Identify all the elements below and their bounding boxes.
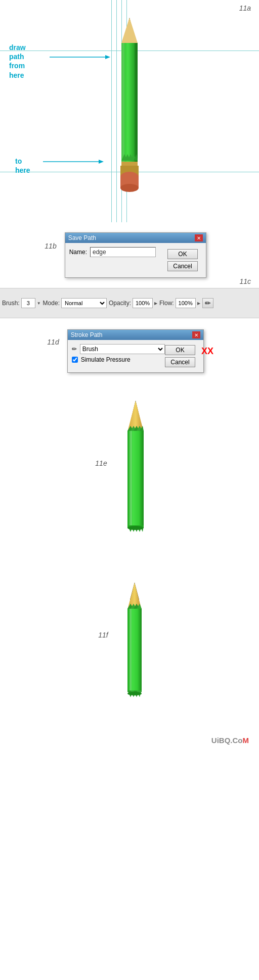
- xx-label: XX: [201, 346, 213, 357]
- stroke-dialog-title-text: Stroke Path: [71, 331, 103, 338]
- name-label: Name:: [69, 249, 87, 256]
- brush-size-input[interactable]: [21, 298, 35, 308]
- flow-label: Flow:: [159, 300, 174, 307]
- cancel-button[interactable]: Cancel: [167, 261, 197, 271]
- simulate-row: Simulate Pressure: [72, 355, 165, 364]
- simulate-label: Simulate Pressure: [81, 356, 131, 363]
- mode-label: Mode:: [43, 300, 60, 307]
- section-11e: 11e: [0, 384, 259, 561]
- dialog-buttons: OK Cancel: [167, 247, 201, 273]
- section-11a: 11a: [0, 0, 259, 222]
- stroke-cancel-button[interactable]: Cancel: [165, 357, 195, 367]
- stroke-dialog-buttons: OK Cancel: [165, 343, 199, 369]
- flow-input[interactable]: [176, 298, 196, 308]
- stroke-dialog-close-button[interactable]: ✕: [192, 331, 200, 338]
- opacity-label: Opacity:: [109, 300, 131, 307]
- pencil-11a: [111, 10, 148, 212]
- section-11d: 11d Stroke Path ✕ ✏ Brush Simulate Press…: [0, 318, 259, 384]
- stroke-options: ✏ Brush Simulate Pressure: [72, 343, 165, 364]
- brush-row: ✏ Brush: [72, 343, 165, 355]
- stroke-path-dialog: Stroke Path ✕ ✏ Brush Simulate Pressure …: [67, 329, 204, 373]
- mode-select[interactable]: Normal Multiply Screen: [61, 298, 107, 308]
- svg-marker-16: [105, 55, 110, 59]
- dialog-title-bar: Save Path ✕: [65, 233, 206, 243]
- section-11c: 11c Brush: ▼ Mode: Normal Multiply Scree…: [0, 288, 259, 318]
- section-11f: 11f: [0, 561, 259, 727]
- save-path-dialog: Save Path ✕ Name: OK Cancel: [65, 232, 206, 278]
- opacity-input[interactable]: [133, 298, 153, 308]
- svg-rect-3: [121, 43, 124, 164]
- watermark-highlight: M: [243, 736, 249, 745]
- pencil-11e: [115, 397, 156, 548]
- svg-point-9: [120, 184, 139, 192]
- airbrush-button[interactable]: ✏: [202, 298, 213, 308]
- brush-label: Brush:: [2, 300, 20, 307]
- label-11d: 11d: [47, 338, 59, 346]
- svg-rect-27: [130, 431, 132, 527]
- label-11e: 11e: [95, 459, 107, 467]
- stroke-ok-button[interactable]: OK: [165, 345, 195, 355]
- flow-group: Flow: ▶: [159, 298, 200, 308]
- ok-button[interactable]: OK: [167, 249, 197, 259]
- opacity-arrow[interactable]: ▶: [154, 301, 157, 306]
- svg-rect-42: [130, 609, 132, 692]
- svg-marker-1: [121, 18, 138, 43]
- stroke-dialog-title-bar: Stroke Path ✕: [68, 330, 203, 340]
- flow-arrow[interactable]: ▶: [197, 301, 200, 306]
- svg-marker-18: [99, 160, 104, 164]
- label-11b: 11b: [45, 242, 56, 250]
- footer: UiBQ.CoM: [0, 727, 259, 753]
- brush-combo[interactable]: Brush: [80, 344, 165, 354]
- simulate-checkbox[interactable]: [72, 357, 78, 363]
- brush-arrow[interactable]: ▼: [37, 301, 41, 306]
- mode-group: Mode: Normal Multiply Screen: [43, 298, 107, 308]
- label-11c: 11c: [239, 277, 251, 285]
- watermark: UiBQ.CoM: [211, 736, 249, 745]
- svg-point-47: [127, 692, 142, 696]
- pencil-11f: [116, 578, 153, 710]
- label-11a: 11a: [239, 4, 251, 12]
- brush-group: Brush: ▼: [2, 298, 41, 308]
- svg-rect-5: [121, 162, 138, 166]
- name-input[interactable]: [90, 247, 156, 257]
- opacity-group: Opacity: ▶: [109, 298, 157, 308]
- svg-point-34: [127, 526, 144, 530]
- dialog-title-text: Save Path: [68, 234, 96, 241]
- label-11f: 11f: [98, 631, 108, 639]
- section-11b: 11b Save Path ✕ Name: OK Cancel: [0, 222, 259, 288]
- dialog-close-button[interactable]: ✕: [195, 234, 203, 241]
- svg-rect-4: [135, 43, 138, 164]
- name-field: Name:: [69, 247, 168, 257]
